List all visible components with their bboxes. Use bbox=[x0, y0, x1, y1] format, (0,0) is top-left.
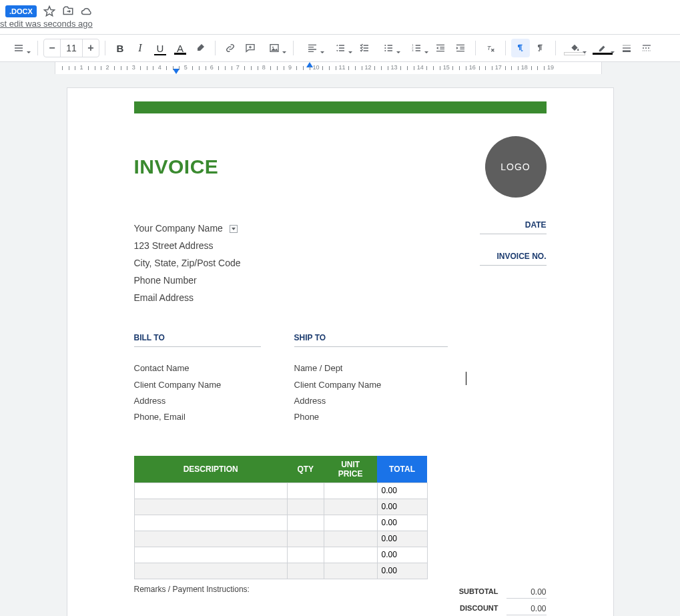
table-row[interactable]: 0.00 bbox=[134, 483, 427, 499]
billto-phone-email: Phone, Email bbox=[134, 409, 261, 425]
indent-button[interactable] bbox=[451, 39, 470, 57]
field-dropdown-icon[interactable] bbox=[230, 225, 238, 233]
edit-status-link[interactable]: st edit was seconds ago bbox=[0, 19, 680, 34]
checklist-button[interactable] bbox=[355, 39, 374, 57]
ruler-number: 12 bbox=[365, 64, 372, 71]
ruler-number: 13 bbox=[391, 64, 398, 71]
font-size-value[interactable]: 11 bbox=[60, 39, 83, 57]
date-label: DATE bbox=[480, 220, 547, 234]
discount-value: 0.00 bbox=[506, 604, 547, 615]
text-color-button[interactable]: A bbox=[171, 39, 190, 57]
border-width-button[interactable] bbox=[617, 39, 636, 57]
subtotal-value: 0.00 bbox=[506, 587, 547, 599]
star-icon[interactable] bbox=[43, 5, 55, 17]
subtotal-label: SUBTOTAL bbox=[413, 587, 506, 599]
company-city: City, State, Zip/Post Code bbox=[134, 255, 241, 272]
move-icon[interactable] bbox=[62, 5, 74, 17]
font-size-stepper[interactable]: − 11 + bbox=[43, 39, 99, 57]
logo-placeholder: LOGO bbox=[485, 136, 547, 198]
ruler[interactable]: 12345678910111213141516171819 bbox=[0, 62, 680, 74]
items-table[interactable]: DESCRIPTION QTY UNIT PRICE TOTAL 0.000.0… bbox=[134, 456, 428, 579]
bold-button[interactable]: B bbox=[111, 39, 129, 57]
table-row[interactable]: 0.00 bbox=[134, 547, 427, 563]
border-style-button[interactable] bbox=[637, 39, 656, 57]
ruler-number: 15 bbox=[443, 64, 450, 71]
ship-to-label: SHIP TO bbox=[294, 333, 448, 347]
table-row[interactable]: 0.00 bbox=[134, 499, 427, 515]
image-button[interactable] bbox=[261, 39, 288, 57]
invoice-no-label: INVOICE NO. bbox=[480, 252, 547, 266]
clear-format-button[interactable]: T bbox=[481, 39, 500, 57]
company-street: 123 Street Address bbox=[134, 238, 241, 255]
border-color-button[interactable] bbox=[589, 39, 616, 57]
comment-button[interactable] bbox=[241, 39, 260, 57]
svg-text:T: T bbox=[487, 45, 492, 51]
ruler-number: 1 bbox=[80, 64, 83, 71]
summary-block: SUBTOTAL 0.00 DISCOUNT 0.00 SUBTOTAL LES… bbox=[413, 585, 547, 616]
table-row[interactable]: 0.00 bbox=[134, 515, 427, 531]
company-block: Your Company Name 123 Street Address Cit… bbox=[134, 220, 241, 306]
company-phone: Phone Number bbox=[134, 272, 241, 290]
ruler-number: 2 bbox=[106, 64, 109, 71]
accent-bar bbox=[134, 101, 547, 113]
svg-point-4 bbox=[384, 50, 386, 51]
highlight-button[interactable] bbox=[191, 39, 210, 57]
ruler-number: 8 bbox=[262, 64, 266, 71]
ruler-number: 6 bbox=[210, 64, 214, 71]
styles-dropdown[interactable] bbox=[5, 39, 32, 57]
ruler-number: 7 bbox=[236, 64, 240, 71]
discount-label: DISCOUNT bbox=[413, 604, 506, 615]
invoice-title: INVOICE bbox=[134, 156, 219, 178]
col-qty: QTY bbox=[287, 456, 324, 483]
font-size-increase[interactable]: + bbox=[83, 39, 99, 57]
line-spacing-button[interactable] bbox=[327, 39, 354, 57]
billto-company: Client Company Name bbox=[134, 377, 261, 393]
link-button[interactable] bbox=[221, 39, 240, 57]
italic-button[interactable]: I bbox=[131, 39, 149, 57]
shipto-name: Name / Dept bbox=[294, 360, 448, 376]
toolbar: − 11 + B I U A 123 T bbox=[0, 34, 680, 62]
bill-to-column: BILL TO Contact Name Client Company Name… bbox=[134, 333, 261, 424]
document-page[interactable]: INVOICE LOGO Your Company Name 123 Stree… bbox=[67, 87, 614, 616]
ruler-number: 11 bbox=[339, 64, 346, 71]
shipto-address: Address bbox=[294, 393, 448, 409]
table-row[interactable]: 0.00 bbox=[134, 563, 427, 579]
svg-point-3 bbox=[384, 47, 386, 49]
numbered-list-button[interactable]: 123 bbox=[403, 39, 430, 57]
col-total: TOTAL bbox=[377, 456, 427, 483]
bullet-list-button[interactable] bbox=[375, 39, 402, 57]
ruler-number: 16 bbox=[469, 64, 476, 71]
rtl-button[interactable] bbox=[531, 39, 550, 57]
underline-button[interactable]: U bbox=[151, 39, 169, 57]
ruler-number: 3 bbox=[132, 64, 135, 71]
title-row: .DOCX bbox=[0, 0, 680, 19]
col-description: DESCRIPTION bbox=[134, 456, 287, 483]
format-chip: .DOCX bbox=[5, 5, 37, 17]
text-cursor bbox=[466, 372, 466, 385]
table-row[interactable]: 0.00 bbox=[134, 531, 427, 547]
font-size-decrease[interactable]: − bbox=[44, 39, 60, 57]
svg-point-1 bbox=[272, 47, 274, 48]
outdent-button[interactable] bbox=[431, 39, 450, 57]
ruler-number: 14 bbox=[417, 64, 424, 71]
align-button[interactable] bbox=[299, 39, 326, 57]
ruler-number: 9 bbox=[288, 64, 292, 71]
ruler-number: 18 bbox=[521, 64, 528, 71]
billto-address: Address bbox=[134, 393, 261, 409]
ruler-number: 17 bbox=[495, 64, 502, 71]
editor-surface: INVOICE LOGO Your Company Name 123 Stree… bbox=[0, 74, 680, 616]
shipto-phone: Phone bbox=[294, 409, 448, 425]
ship-to-column: SHIP TO Name / Dept Client Company Name … bbox=[294, 333, 448, 424]
company-email: Email Address bbox=[134, 290, 241, 307]
col-unit-price: UNIT PRICE bbox=[324, 456, 377, 483]
ruler-number: 10 bbox=[312, 64, 319, 71]
ruler-number: 4 bbox=[158, 64, 161, 71]
svg-text:3: 3 bbox=[412, 49, 414, 52]
billto-contact: Contact Name bbox=[134, 360, 261, 376]
ruler-number: 5 bbox=[184, 64, 188, 71]
bill-to-label: BILL TO bbox=[134, 333, 261, 347]
cloud-icon[interactable] bbox=[81, 5, 93, 17]
ltr-button[interactable] bbox=[511, 39, 530, 57]
fill-color-button[interactable] bbox=[561, 39, 588, 57]
svg-point-2 bbox=[384, 45, 386, 46]
